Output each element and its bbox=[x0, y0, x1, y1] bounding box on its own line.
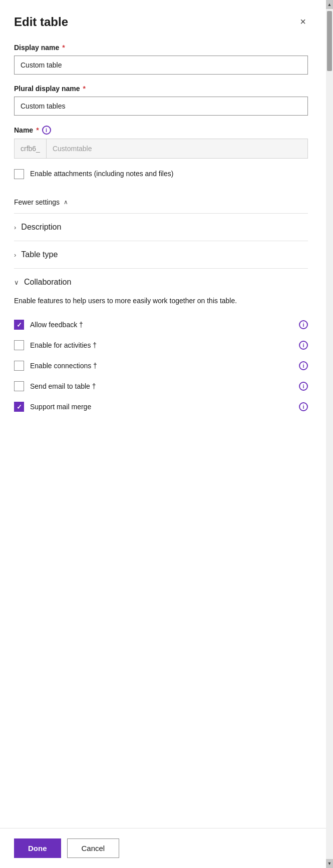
support-mail-merge-checkbox[interactable]: ✓ bbox=[14, 402, 24, 412]
display-name-label: Display name * bbox=[14, 44, 308, 52]
description-chevron-icon: › bbox=[14, 224, 16, 231]
enable-connections-checkbox[interactable] bbox=[14, 361, 24, 371]
collaboration-content: Enable features to help users to more ea… bbox=[14, 296, 308, 423]
enable-connections-info-icon[interactable]: i bbox=[299, 361, 308, 370]
support-mail-merge-checkmark: ✓ bbox=[17, 403, 22, 411]
page-title: Edit table bbox=[14, 15, 68, 29]
close-button[interactable]: × bbox=[298, 14, 308, 30]
plural-display-name-group: Plural display name * bbox=[14, 85, 308, 116]
support-mail-merge-info-icon[interactable]: i bbox=[299, 402, 308, 411]
description-section: › Description bbox=[14, 214, 308, 241]
allow-feedback-info-icon[interactable]: i bbox=[299, 320, 308, 329]
name-value: Customtable bbox=[47, 139, 307, 158]
table-type-chevron-icon: › bbox=[14, 251, 16, 259]
send-email-label: Send email to table † bbox=[30, 382, 293, 390]
option-row-allow-feedback: ✓ Allow feedback † i bbox=[14, 315, 308, 334]
enable-attachments-label: Enable attachments (including notes and … bbox=[30, 169, 173, 179]
panel-content: Edit table × Display name * Plural displ… bbox=[0, 0, 333, 828]
required-star-name: * bbox=[36, 126, 39, 134]
name-field-container: crfb6_ Customtable bbox=[14, 139, 308, 159]
fewer-settings-label: Fewer settings bbox=[14, 198, 60, 206]
enable-attachments-row: Enable attachments (including notes and … bbox=[14, 169, 308, 179]
collaboration-section-title: Collaboration bbox=[24, 278, 71, 287]
cancel-button[interactable]: Cancel bbox=[67, 838, 120, 858]
name-group: Name * i crfb6_ Customtable bbox=[14, 126, 308, 159]
option-row-enable-activities: Enable for activities † i bbox=[14, 336, 308, 354]
name-info-icon[interactable]: i bbox=[42, 126, 51, 135]
send-email-checkbox[interactable] bbox=[14, 381, 24, 391]
name-label: Name * i bbox=[14, 126, 308, 135]
allow-feedback-checkmark: ✓ bbox=[17, 321, 22, 329]
option-row-enable-connections: Enable connections † i bbox=[14, 356, 308, 375]
description-section-header[interactable]: › Description bbox=[14, 214, 308, 241]
collaboration-section: ∨ Collaboration Enable features to help … bbox=[14, 269, 308, 423]
fewer-settings-button[interactable]: Fewer settings ∧ bbox=[14, 191, 68, 213]
description-section-title: Description bbox=[21, 223, 61, 232]
collaboration-chevron-icon: ∨ bbox=[14, 279, 19, 286]
plural-display-name-label: Plural display name * bbox=[14, 85, 308, 93]
enable-activities-info-icon[interactable]: i bbox=[299, 341, 308, 350]
enable-activities-checkbox[interactable] bbox=[14, 340, 24, 350]
enable-connections-label: Enable connections † bbox=[30, 362, 293, 370]
name-prefix: crfb6_ bbox=[15, 139, 47, 158]
enable-activities-label: Enable for activities † bbox=[30, 341, 293, 349]
scroll-up-button[interactable]: ▲ bbox=[326, 0, 333, 9]
panel-footer: Done Cancel bbox=[0, 828, 333, 868]
edit-table-panel: ▲ ▼ Edit table × Display name * Plural d… bbox=[0, 0, 333, 868]
allow-feedback-label: Allow feedback † bbox=[30, 321, 293, 329]
panel-header: Edit table × bbox=[14, 14, 308, 30]
enable-attachments-checkbox[interactable] bbox=[14, 169, 24, 179]
table-type-section: › Table type bbox=[14, 241, 308, 268]
display-name-input[interactable] bbox=[14, 56, 308, 75]
done-button[interactable]: Done bbox=[14, 838, 61, 858]
display-name-group: Display name * bbox=[14, 44, 308, 75]
plural-display-name-input[interactable] bbox=[14, 97, 308, 116]
allow-feedback-checkbox[interactable]: ✓ bbox=[14, 320, 24, 330]
scrollbar[interactable]: ▲ ▼ bbox=[326, 0, 333, 868]
scrollbar-thumb[interactable] bbox=[327, 11, 332, 71]
required-star: * bbox=[62, 44, 65, 52]
send-email-info-icon[interactable]: i bbox=[299, 382, 308, 391]
scroll-down-button[interactable]: ▼ bbox=[326, 859, 333, 868]
table-type-section-header[interactable]: › Table type bbox=[14, 241, 308, 268]
option-row-send-email: Send email to table † i bbox=[14, 377, 308, 395]
collaboration-section-header[interactable]: ∨ Collaboration bbox=[14, 269, 308, 296]
table-type-section-title: Table type bbox=[21, 250, 58, 259]
fewer-settings-chevron-icon: ∧ bbox=[64, 199, 68, 206]
support-mail-merge-label: Support mail merge bbox=[30, 403, 293, 411]
collaboration-description: Enable features to help users to more ea… bbox=[14, 296, 308, 306]
option-row-support-mail-merge: ✓ Support mail merge i bbox=[14, 397, 308, 416]
required-star-plural: * bbox=[83, 85, 86, 93]
